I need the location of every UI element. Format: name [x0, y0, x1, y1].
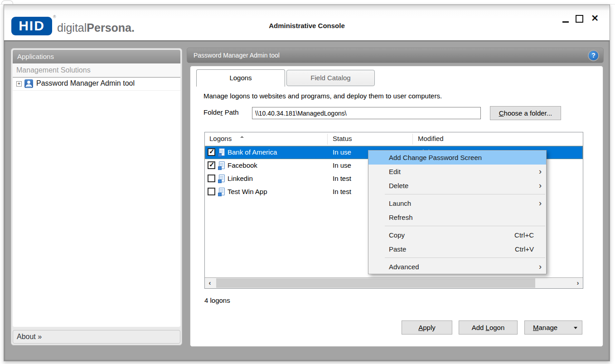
user-icon [24, 79, 33, 88]
submenu-arrow-icon: › [539, 196, 542, 210]
choose-folder-button[interactable]: Choose a folder... [490, 106, 561, 120]
folder-path-input[interactable] [252, 107, 481, 119]
menu-separator [368, 193, 546, 196]
scrollbar-thumb[interactable] [216, 278, 535, 288]
close-button[interactable]: ✕ [591, 13, 599, 24]
tab-logons[interactable]: Logons [196, 69, 285, 87]
menu-item-advanced[interactable]: Advanced › [368, 260, 546, 274]
column-header-modified[interactable]: Modified [418, 135, 444, 142]
window-controls: ✕ [552, 11, 601, 27]
logon-status: In use [333, 148, 351, 156]
menu-item-delete[interactable]: Delete › [368, 179, 546, 193]
choose-btn-mnemonic: C [499, 109, 504, 117]
menu-item-add-change-password-screen[interactable]: Add Change Password Screen [368, 150, 546, 165]
apply-button[interactable]: Apply [402, 320, 452, 335]
column-divider [412, 134, 413, 145]
menu-item-label: Delete [389, 182, 408, 189]
screen: HID ® digitalPersona. Administrative Con… [0, 0, 615, 364]
maximize-button[interactable] [576, 15, 583, 23]
logon-name: Test Win App [228, 188, 267, 195]
logon-document-icon [219, 188, 225, 195]
horizontal-scrollbar[interactable]: ‹ › [205, 277, 583, 288]
checkbox-checked[interactable]: ✓ [208, 148, 215, 156]
scroll-left-icon[interactable]: ‹ [205, 278, 215, 288]
menu-item-label: Copy [389, 231, 405, 239]
logon-name: Facebook [228, 161, 257, 169]
sidebar-header: Applications [13, 50, 180, 63]
logon-status: In test [333, 175, 351, 182]
tab-field-catalog[interactable]: Field Catalog [286, 70, 375, 86]
logon-document-icon [219, 148, 225, 156]
context-menu: Add Change Password Screen Edit › Delete… [368, 150, 547, 274]
logon-status: In test [333, 188, 351, 195]
help-icon[interactable]: ? [589, 51, 598, 60]
column-divider [327, 134, 328, 145]
menu-item-paste[interactable]: Paste Ctrl+V [368, 242, 546, 256]
dropdown-arrow-icon [574, 327, 577, 329]
folder-path-label: Folder Path [203, 108, 239, 116]
addlogon-mnemonic: L [486, 324, 489, 331]
add-logon-button[interactable]: Add Logon [459, 320, 518, 335]
logon-count-summary: 4 logons [204, 296, 230, 304]
about-button[interactable]: About » [13, 330, 180, 344]
menu-item-edit[interactable]: Edit › [368, 165, 546, 179]
checkmark-icon: ✓ [209, 160, 215, 169]
checkbox-unchecked[interactable] [208, 175, 215, 182]
scroll-right-icon[interactable]: › [573, 278, 583, 288]
tool-header: Password Manager Admin tool ? [187, 48, 604, 63]
checkbox-checked[interactable]: ✓ [208, 161, 215, 169]
manage-button[interactable]: Manage [524, 320, 582, 335]
addlogon-pre: Add [472, 324, 486, 331]
addlogon-post: ogon [489, 324, 504, 331]
logon-name: Linkedin [228, 175, 253, 182]
logon-document-icon [219, 175, 225, 182]
tree-item-label: Password Manager Admin tool [36, 79, 135, 87]
menu-item-label: Advanced [389, 263, 419, 271]
management-solutions-group: Management Solutions [13, 63, 180, 78]
logon-document-icon [219, 161, 225, 169]
folder-label-post: Path [223, 108, 239, 116]
logon-status: In use [333, 161, 351, 169]
tool-header-title: Password Manager Admin tool [194, 52, 280, 59]
manage-post: anage [539, 324, 558, 331]
manage-mnemonic: M [533, 324, 539, 331]
submenu-arrow-icon: › [539, 179, 542, 193]
column-header-status[interactable]: Status [333, 135, 352, 142]
window-title: Administrative Console [4, 22, 610, 29]
menu-item-launch[interactable]: Launch › [368, 196, 546, 210]
page-description: Manage logons to websites and programs, … [203, 92, 442, 100]
apply-post: pply [423, 324, 436, 331]
menu-shortcut: Ctrl+C [514, 228, 534, 242]
sidebar-body: Management Solutions + Password Manager … [13, 63, 180, 327]
menu-item-copy[interactable]: Copy Ctrl+C [368, 228, 546, 242]
checkmark-icon: ✓ [209, 147, 215, 155]
minimize-button[interactable] [562, 21, 569, 23]
titlebar: HID ® digitalPersona. Administrative Con… [4, 5, 610, 40]
sidebar-item-password-manager-admin-tool[interactable]: + Password Manager Admin tool [13, 78, 180, 91]
checkbox-unchecked[interactable] [208, 188, 215, 195]
submenu-arrow-icon: › [539, 165, 542, 179]
submenu-arrow-icon: › [539, 260, 542, 274]
table-header: Logons Status Modified [205, 132, 583, 146]
menu-item-label: Refresh [389, 214, 413, 221]
menu-separator [368, 224, 546, 228]
sort-ascending-icon [240, 136, 244, 138]
menu-separator [368, 256, 546, 260]
choose-btn-post: hoose a folder... [504, 109, 552, 117]
logon-name: Bank of America [228, 148, 277, 156]
apply-mnemonic: A [418, 324, 423, 331]
menu-item-label: Launch [389, 199, 411, 207]
menu-shortcut: Ctrl+V [515, 242, 534, 256]
menu-item-label: Paste [389, 245, 406, 253]
menu-item-refresh[interactable]: Refresh [368, 210, 546, 224]
applications-sidebar: Applications Management Solutions + Pass… [11, 48, 182, 345]
registered-mark-icon: ® [53, 15, 56, 19]
folder-label-pre: Folde [203, 108, 221, 116]
menu-item-label: Edit [389, 168, 401, 175]
column-header-logons[interactable]: Logons [209, 135, 232, 142]
tree-expand-icon[interactable]: + [16, 81, 22, 87]
menu-item-label: Add Change Password Screen [389, 154, 482, 161]
